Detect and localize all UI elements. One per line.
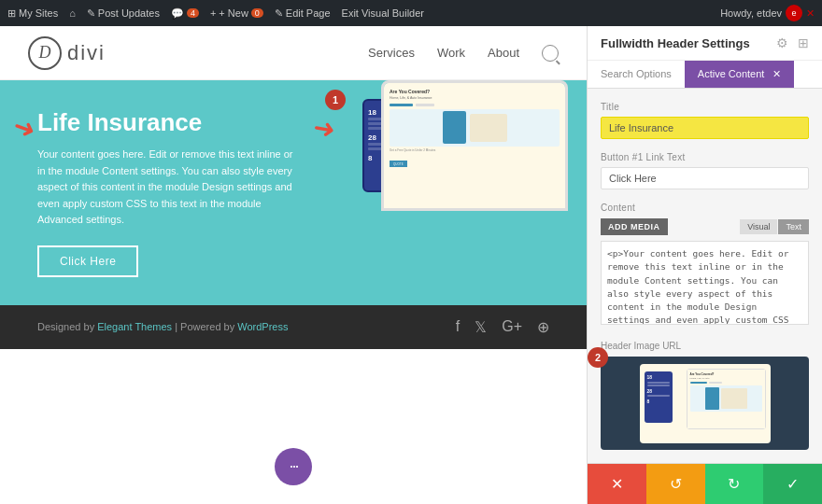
save-button[interactable]: ✓ — [763, 464, 822, 504]
admin-howdy: Howdy, etdev e ✕ — [720, 5, 815, 21]
add-media-button[interactable]: ADD MEDIA — [601, 218, 668, 235]
settings-content: Title Button #1 Link Text Content ADD ME… — [588, 89, 822, 341]
twitter-icon[interactable]: 𝕏 — [475, 318, 487, 336]
plus-icon: + — [210, 7, 216, 19]
image-preview-section: Header Image URL 2 18 28 8 — [588, 341, 822, 463]
house-icon: ⌂ — [69, 7, 76, 19]
admin-new[interactable]: + + New 0 — [210, 7, 263, 19]
admin-close-icon[interactable]: ✕ — [806, 7, 815, 20]
logo-text: divi — [67, 41, 106, 65]
header-image-url-label: Header Image URL — [601, 341, 809, 351]
mock-laptop-btn: QUOTE — [390, 161, 407, 167]
site-nav-links: Services Work About — [368, 45, 559, 62]
wp-icon: ⊞ — [7, 7, 16, 20]
badge-1: 1 — [325, 90, 346, 110]
settings-header: Fullwidth Header Settings ⚙ ⊞ — [588, 26, 822, 61]
search-icon[interactable] — [542, 45, 559, 62]
rss-icon[interactable]: ⊕ — [537, 318, 549, 336]
content-view-btns: Visual Text — [740, 219, 809, 234]
settings-tabs: Search Options Active Content ✕ — [588, 61, 822, 89]
facebook-icon[interactable]: f — [456, 318, 460, 336]
redo-button[interactable]: ↻ — [705, 464, 764, 504]
title-input[interactable] — [601, 117, 809, 139]
mock-laptop-title: Are You Covered? — [390, 89, 560, 94]
tab-search-options[interactable]: Search Options — [588, 61, 685, 88]
admin-site-name[interactable]: ⌂ — [69, 7, 76, 19]
phone-row — [647, 385, 670, 386]
settings-title: Fullwidth Header Settings — [601, 36, 750, 50]
settings-panel: Fullwidth Header Settings ⚙ ⊞ Search Opt… — [587, 26, 822, 504]
admin-exit-builder[interactable]: Exit Visual Builder — [342, 7, 424, 19]
mock-laptop-text: Home, Life, & Auto Insurance — [390, 96, 560, 101]
site-logo: D divi — [28, 36, 106, 70]
phone-row — [647, 382, 670, 384]
hero-device-mockup: 18 28 8 Are You Covered? Home, Life, & A… — [353, 71, 568, 239]
badge-2-container: 2 18 28 8 Are — [601, 357, 809, 450]
googleplus-icon[interactable]: G+ — [502, 318, 522, 336]
footer-social: f 𝕏 G+ ⊕ — [456, 318, 549, 336]
preview-white-area: ··· — [0, 349, 587, 504]
pencil-icon: ✎ — [275, 7, 283, 20]
button-link-text-label: Button #1 Link Text — [601, 152, 809, 162]
title-label: Title — [601, 102, 809, 112]
hero-text: Your content goes here. Edit or remove t… — [37, 147, 299, 229]
title-field: Title — [601, 102, 809, 139]
settings-footer: ✕ ↺ ↻ ✓ — [588, 463, 822, 504]
content-field: Content ADD MEDIA Visual Text <p>Your co… — [601, 203, 809, 329]
badge-2: 2 — [588, 347, 608, 368]
preview-inner-box: 18 28 8 Are You Covered? Home, Life, & A… — [640, 364, 771, 443]
nav-link-work[interactable]: Work — [437, 46, 465, 60]
admin-bar: ⊞ My Sites ⌂ ✎ Post Updates 💬 4 + + New … — [0, 0, 822, 26]
tab-active-content[interactable]: Active Content ✕ — [685, 61, 795, 88]
preview-panel: D divi Services Work About ➜ ➜ 1 Life In… — [0, 26, 587, 504]
content-label: Content — [601, 203, 809, 213]
preview-laptop-mock: Are You Covered? Home, Life, & Auto — [687, 369, 766, 429]
wordpress-link[interactable]: WordPress — [237, 321, 288, 332]
comment-icon: 💬 — [171, 7, 184, 20]
nav-link-services[interactable]: Services — [368, 46, 415, 60]
visual-view-btn[interactable]: Visual — [740, 219, 777, 234]
mock-laptop-cta: Get a Free Quote in Under 2 Minutes — [390, 148, 560, 152]
settings-expand-icon[interactable]: ⊞ — [798, 35, 809, 50]
mock-laptop-screen: Are You Covered? Home, Life, & Auto Insu… — [384, 83, 565, 208]
annotation-arrow-1: ➜ — [9, 110, 40, 147]
settings-gear-icon[interactable]: ⚙ — [776, 35, 788, 50]
content-toolbar: ADD MEDIA Visual Text — [601, 218, 809, 235]
preview-laptop-screen: Are You Covered? Home, Life, & Auto — [687, 370, 765, 428]
floating-dot-button[interactable]: ··· — [275, 448, 312, 485]
elegant-themes-link[interactable]: Elegant Themes — [97, 321, 172, 332]
footer-credit: Designed by Elegant Themes | Powered by … — [37, 321, 288, 332]
admin-comments[interactable]: 💬 4 — [171, 7, 199, 20]
hero-section: ➜ ➜ 1 Life Insurance Your content goes h… — [0, 80, 587, 305]
header-image-preview: 18 28 8 Are You Covered? Home, Life, & A… — [601, 357, 809, 450]
settings-header-icons: ⚙ ⊞ — [776, 35, 809, 50]
preview-phone-mock: 18 28 8 — [645, 371, 673, 423]
button-link-text-input[interactable] — [601, 167, 809, 189]
admin-avatar[interactable]: e — [786, 5, 802, 21]
text-view-btn[interactable]: Text — [778, 219, 809, 234]
nav-link-about[interactable]: About — [488, 46, 519, 60]
logo-circle: D — [28, 36, 62, 70]
mock-laptop: Are You Covered? Home, Life, & Auto Insu… — [381, 80, 568, 211]
admin-edit-page[interactable]: ✎ Edit Page — [275, 7, 331, 20]
hero-cta-button[interactable]: Click Here — [37, 245, 138, 277]
site-footer: Designed by Elegant Themes | Powered by … — [0, 305, 587, 349]
button-link-text-field: Button #1 Link Text — [601, 152, 809, 189]
admin-mysites[interactable]: ⊞ My Sites — [7, 7, 58, 20]
undo-button[interactable]: ↺ — [646, 464, 705, 504]
cancel-button[interactable]: ✕ — [588, 464, 646, 504]
admin-post-updates[interactable]: ✎ Post Updates — [87, 7, 160, 20]
phone-row — [647, 395, 670, 397]
content-textarea[interactable]: <p>Your content goes here. Edit or remov… — [601, 241, 809, 325]
tab-close-icon[interactable]: ✕ — [772, 68, 781, 79]
post-icon: ✎ — [87, 7, 95, 20]
